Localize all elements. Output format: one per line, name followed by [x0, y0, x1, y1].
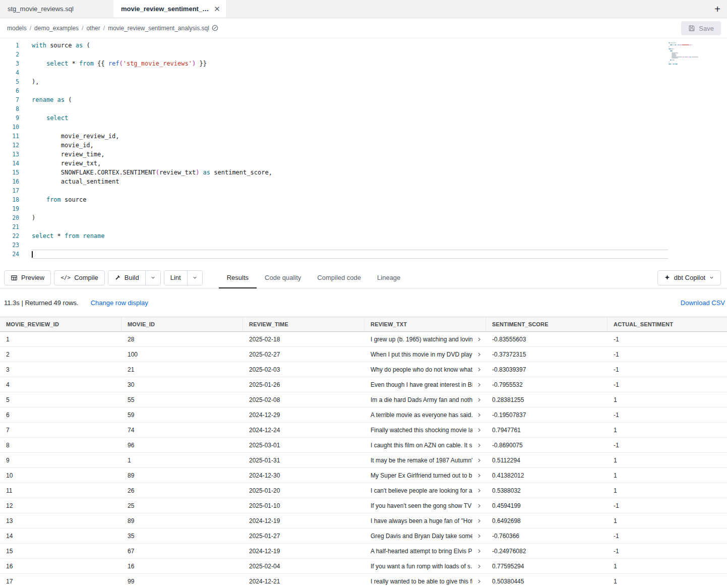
circle-slash-icon[interactable]: [211, 24, 219, 32]
chevron-right-icon[interactable]: [476, 442, 482, 448]
chevron-right-icon[interactable]: [476, 336, 482, 342]
table-row[interactable]: 13892024-12-19I have always been a huge …: [0, 513, 727, 528]
editor-line[interactable]: 22select * from rename: [0, 231, 727, 241]
chevron-right-icon[interactable]: [476, 563, 482, 569]
breadcrumb-item[interactable]: movie_review_sentiment_analysis.sql: [108, 25, 209, 32]
tab-lineage[interactable]: Lineage: [369, 267, 408, 288]
editor-line[interactable]: 17: [0, 186, 727, 195]
editor-line[interactable]: 3 select * from {{ ref('stg_movie_review…: [0, 59, 727, 68]
table-cell: Im a die hard Dads Army fan and nothi…: [365, 392, 486, 407]
build-button[interactable]: Build: [108, 271, 145, 285]
column-header[interactable]: MOVIE_REVIEW_ID: [0, 317, 122, 331]
table-row[interactable]: 5552025-02-08Im a die hard Dads Army fan…: [0, 392, 727, 407]
table-row[interactable]: 4302025-01-26Even though I have great in…: [0, 377, 727, 392]
chevron-right-icon[interactable]: [476, 533, 482, 539]
table-row[interactable]: 8962025-03-01I caught this film on AZN o…: [0, 438, 727, 453]
editor-line[interactable]: 7rename as (: [0, 95, 727, 104]
chevron-right-icon[interactable]: [476, 473, 482, 478]
breadcrumb-item[interactable]: other: [86, 25, 100, 32]
chevron-right-icon[interactable]: [476, 488, 482, 493]
table-body: 1282025-02-18I grew up (b. 1965) watchin…: [0, 332, 727, 588]
save-button[interactable]: Save: [681, 21, 721, 35]
column-header[interactable]: ACTUAL_SENTIMENT: [608, 317, 727, 331]
editor-line[interactable]: 21: [0, 222, 727, 231]
editor-line[interactable]: 24: [0, 250, 727, 259]
table-row[interactable]: 6592024-12-29A terrible movie as everyon…: [0, 407, 727, 423]
column-header[interactable]: REVIEW_TIME: [243, 317, 365, 331]
table-cell: A terrible movie as everyone has said. …: [365, 407, 486, 422]
editor-line[interactable]: 15 SNOWFLAKE.CORTEX.SENTIMENT(review_txt…: [0, 168, 727, 177]
table-cell: I caught this film on AZN on cable. It s…: [365, 438, 486, 452]
table-cell: 1: [608, 513, 727, 528]
breadcrumb-item[interactable]: models: [7, 25, 27, 32]
close-icon[interactable]: ✕: [214, 5, 220, 13]
chevron-right-icon[interactable]: [476, 382, 482, 387]
tab-results[interactable]: Results: [219, 267, 257, 288]
download-csv-link[interactable]: Download CSV: [681, 299, 725, 307]
editor-line[interactable]: 5),: [0, 77, 727, 86]
table-row[interactable]: 1282025-02-18I grew up (b. 1965) watchin…: [0, 332, 727, 347]
chevron-right-icon[interactable]: [476, 548, 482, 554]
tab-movie-review-sentiment[interactable]: movie_review_sentiment_… ✕: [113, 0, 227, 18]
table-row[interactable]: 17992024-12-21I really wanted to be able…: [0, 574, 727, 588]
tab-stg-movie-reviews[interactable]: stg_movie_reviews.sql: [0, 0, 113, 18]
new-tab-button[interactable]: +: [708, 0, 727, 18]
change-row-display-link[interactable]: Change row display: [91, 299, 148, 307]
table-row[interactable]: 11262025-01-20I can't believe people are…: [0, 483, 727, 498]
dbt-copilot-button[interactable]: dbt Copilot: [657, 270, 721, 285]
preview-button[interactable]: Preview: [4, 270, 51, 285]
line-number: 14: [0, 159, 19, 168]
breadcrumb-item[interactable]: demo_examples: [34, 25, 79, 32]
table-cell: 2025-03-01: [243, 438, 365, 452]
editor-line[interactable]: 13 review_time,: [0, 150, 727, 159]
table-row[interactable]: 15672024-12-19A half-hearted attempt to …: [0, 544, 727, 559]
table-row[interactable]: 12252025-01-10If you haven't seen the go…: [0, 498, 727, 513]
chevron-right-icon[interactable]: [476, 457, 482, 463]
chevron-right-icon[interactable]: [476, 503, 482, 508]
line-number: 13: [0, 150, 19, 159]
editor-line[interactable]: 4: [0, 68, 727, 77]
compile-button[interactable]: </> Compile: [54, 270, 105, 285]
editor-line[interactable]: 16 actual_sentiment: [0, 177, 727, 186]
editor-line[interactable]: 18 from source: [0, 195, 727, 204]
editor-line[interactable]: 1with source as (: [0, 41, 727, 50]
editor-line[interactable]: 23: [0, 241, 727, 250]
chevron-right-icon[interactable]: [476, 351, 482, 357]
table-row[interactable]: 21002025-02-27When I put this movie in m…: [0, 347, 727, 362]
editor-line[interactable]: 11 movie_review_id,: [0, 132, 727, 141]
table-row[interactable]: 912025-01-31It may be the remake of 1987…: [0, 453, 727, 468]
editor-line[interactable]: 20): [0, 213, 727, 222]
minimap[interactable]: [669, 42, 704, 67]
tab-compiled-code[interactable]: Compiled code: [309, 267, 369, 288]
code-editor[interactable]: 1with source as (23 select * from {{ ref…: [0, 38, 727, 267]
chevron-right-icon[interactable]: [476, 427, 482, 433]
editor-line[interactable]: 14 review_txt,: [0, 159, 727, 168]
line-number: 24: [0, 250, 19, 259]
chevron-right-icon[interactable]: [476, 518, 482, 523]
table-row[interactable]: 7742024-12-24Finally watched this shocki…: [0, 423, 727, 438]
chevron-right-icon[interactable]: [476, 412, 482, 418]
column-header[interactable]: SENTIMENT_SCORE: [486, 317, 608, 331]
chevron-right-icon[interactable]: [476, 578, 482, 584]
column-header[interactable]: MOVIE_ID: [122, 317, 243, 331]
table-row[interactable]: 16162025-02-04If you want a fun romp wit…: [0, 559, 727, 574]
column-header[interactable]: REVIEW_TXT: [365, 317, 486, 331]
build-dropdown-button[interactable]: [145, 271, 160, 285]
editor-line[interactable]: 9 select: [0, 113, 727, 123]
editor-line[interactable]: 8: [0, 104, 727, 113]
editor-line[interactable]: 19: [0, 204, 727, 213]
editor-line[interactable]: 10: [0, 123, 727, 132]
editor-line[interactable]: 6: [0, 86, 727, 95]
lint-dropdown-button[interactable]: [187, 271, 202, 285]
tab-code-quality[interactable]: Code quality: [257, 267, 309, 288]
table-row[interactable]: 10892024-12-30My Super Ex Girlfriend tur…: [0, 468, 727, 483]
save-label: Save: [699, 25, 714, 32]
lint-button[interactable]: Lint: [164, 271, 187, 285]
table-cell: 67: [122, 544, 243, 558]
editor-line[interactable]: 2: [0, 50, 727, 59]
table-row[interactable]: 3212025-02-03Why do people who do not kn…: [0, 362, 727, 377]
chevron-right-icon[interactable]: [476, 397, 482, 402]
chevron-right-icon[interactable]: [476, 367, 482, 372]
table-row[interactable]: 14352025-01-27Greg Davis and Bryan Daly …: [0, 528, 727, 544]
editor-line[interactable]: 12 movie_id,: [0, 141, 727, 150]
